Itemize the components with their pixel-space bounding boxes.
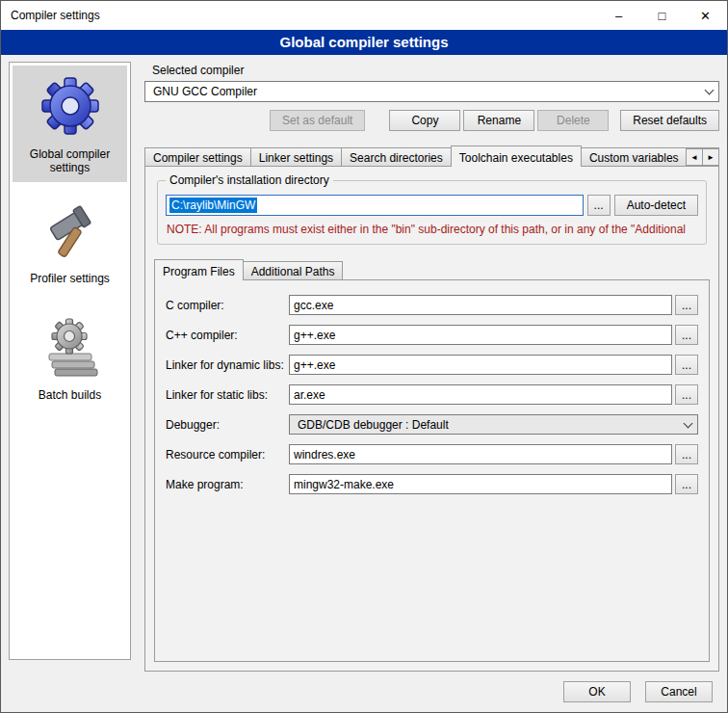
compiler-settings-window: Compiler settings – □ ✕ Global compiler … — [0, 0, 728, 713]
make-program-label: Make program: — [166, 478, 289, 491]
tab-search-directories[interactable]: Search directories — [341, 147, 452, 167]
debugger-label: Debugger: — [166, 418, 289, 432]
form-row-cpp-compiler: C++ compiler: ... — [166, 325, 698, 345]
selected-compiler-label: Selected compiler — [152, 64, 719, 77]
linker-static-input[interactable] — [289, 384, 672, 405]
ok-button[interactable]: OK — [563, 681, 631, 702]
c-compiler-label: C compiler: — [166, 299, 289, 312]
minimize-button[interactable]: – — [597, 1, 640, 30]
main-tabs: Compiler settings Linker settings Search… — [144, 145, 719, 167]
copy-button[interactable]: Copy — [389, 110, 460, 131]
cpp-compiler-input[interactable] — [289, 325, 672, 345]
subtab-program-files[interactable]: Program Files — [154, 259, 244, 280]
main-area: Selected compiler GNU GCC Compiler Set a… — [144, 62, 719, 672]
install-dir-browse-button[interactable]: ... — [587, 195, 611, 216]
tab-scroll-buttons: ◄ ► — [687, 148, 719, 166]
cpp-compiler-browse-button[interactable]: ... — [675, 325, 698, 345]
left-arrow-icon: ◄ — [690, 153, 698, 162]
note-text: NOTE: All programs must exist either in … — [167, 223, 697, 236]
c-compiler-input[interactable] — [289, 295, 672, 315]
sidebar: Global compiler settings Profiler settin… — [9, 62, 131, 660]
linker-static-label: Linker for static libs: — [166, 388, 289, 402]
c-compiler-browse-button[interactable]: ... — [675, 295, 698, 315]
install-dir-input[interactable]: C:\raylib\MinGW — [166, 195, 584, 216]
make-program-browse-button[interactable]: ... — [675, 474, 698, 494]
sidebar-item-label: Global compiler settings — [14, 147, 125, 174]
gears-stack-icon — [39, 316, 101, 381]
install-dir-row: C:\raylib\MinGW ... Auto-detect — [166, 195, 698, 216]
cancel-button[interactable]: Cancel — [645, 681, 713, 702]
sidebar-item-label: Batch builds — [39, 388, 101, 402]
form-row-debugger: Debugger: GDB/CDB debugger : Default — [166, 414, 698, 435]
hammer-icon — [39, 205, 101, 264]
linker-static-browse-button[interactable]: ... — [675, 384, 698, 405]
compiler-select[interactable]: GNU GCC Compiler — [144, 81, 719, 102]
subtab-additional-paths[interactable]: Additional Paths — [243, 261, 344, 280]
form-row-make-program: Make program: ... — [166, 474, 698, 494]
install-dir-group: Compiler's installation directory C:\ray… — [157, 180, 707, 245]
window-controls: – □ ✕ — [597, 1, 727, 30]
chevron-down-icon — [678, 415, 697, 434]
form-row-linker-dynamic: Linker for dynamic libs: ... — [166, 355, 698, 375]
debugger-select[interactable]: GDB/CDB debugger : Default — [289, 414, 698, 435]
maximize-button[interactable]: □ — [640, 1, 684, 30]
sidebar-item-profiler-settings[interactable]: Profiler settings — [13, 196, 127, 293]
tab-scroll-right-button[interactable]: ► — [702, 148, 719, 166]
right-arrow-icon: ► — [707, 153, 715, 162]
form-row-c-compiler: C compiler: ... — [166, 295, 698, 315]
sidebar-item-global-compiler-settings[interactable]: Global compiler settings — [13, 66, 127, 182]
program-files-panel: C compiler: ... C++ compiler: ... Linker… — [154, 279, 710, 662]
subtab-strip: Program Files Additional Paths — [154, 258, 710, 280]
reset-defaults-button[interactable]: Reset defaults — [620, 110, 719, 131]
tab-scroll-left-button[interactable]: ◄ — [686, 148, 703, 166]
linker-dynamic-browse-button[interactable]: ... — [675, 355, 698, 375]
tab-compiler-settings[interactable]: Compiler settings — [144, 147, 251, 167]
tab-linker-settings[interactable]: Linker settings — [250, 147, 342, 167]
dialog-header: Global compiler settings — [1, 30, 727, 55]
tab-strip: Compiler settings Linker settings Search… — [144, 145, 719, 167]
close-button[interactable]: ✕ — [684, 1, 727, 30]
compiler-buttons-row: Set as default Copy Rename Delete Reset … — [144, 110, 719, 131]
program-subtabs: Program Files Additional Paths — [154, 258, 710, 280]
titlebar: Compiler settings – □ ✕ — [1, 1, 727, 30]
resource-compiler-input[interactable] — [289, 444, 672, 464]
set-as-default-button[interactable]: Set as default — [270, 110, 365, 131]
toolchain-executables-panel: Compiler's installation directory C:\ray… — [144, 166, 719, 672]
tab-custom-variables[interactable]: Custom variables — [581, 147, 688, 167]
install-dir-selected-text: C:\raylib\MinGW — [169, 198, 257, 213]
install-dir-group-title: Compiler's installation directory — [166, 173, 333, 187]
compiler-select-value: GNU GCC Compiler — [153, 85, 257, 98]
debugger-select-value: GDB/CDB debugger : Default — [298, 418, 449, 432]
form-row-linker-static: Linker for static libs: ... — [166, 384, 698, 405]
chevron-down-icon — [699, 82, 718, 101]
auto-detect-button[interactable]: Auto-detect — [614, 195, 698, 216]
make-program-input[interactable] — [289, 474, 672, 494]
gear-icon — [39, 75, 101, 140]
sidebar-item-label: Profiler settings — [30, 272, 110, 285]
resource-compiler-browse-button[interactable]: ... — [675, 444, 698, 464]
resource-compiler-label: Resource compiler: — [166, 448, 289, 462]
linker-dynamic-input[interactable] — [289, 355, 672, 375]
linker-dynamic-label: Linker for dynamic libs: — [166, 358, 289, 372]
cpp-compiler-label: C++ compiler: — [166, 329, 289, 342]
form-row-resource-compiler: Resource compiler: ... — [166, 444, 698, 464]
dialog-content: Global compiler settings Profiler settin… — [1, 55, 727, 672]
tab-toolchain-executables[interactable]: Toolchain executables — [451, 145, 582, 167]
rename-button[interactable]: Rename — [463, 110, 534, 131]
dialog-footer: OK Cancel — [1, 672, 727, 712]
window-title: Compiler settings — [1, 9, 100, 22]
delete-button[interactable]: Delete — [537, 110, 609, 131]
sidebar-item-batch-builds[interactable]: Batch builds — [13, 306, 127, 409]
